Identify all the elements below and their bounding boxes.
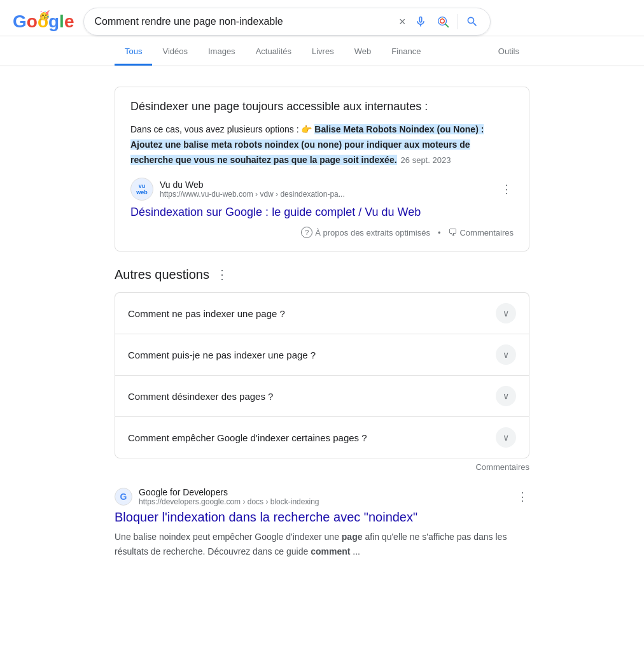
search-input[interactable] xyxy=(94,16,391,27)
faq-commentaires[interactable]: Commentaires xyxy=(115,462,529,472)
snippet-text: Dans ce cas, vous avez plusieurs options… xyxy=(130,122,514,167)
snippet-source-link[interactable]: Désindexation sur Google : le guide comp… xyxy=(130,206,514,219)
result-desc-before: Une balise noindex peut empêcher Google … xyxy=(115,532,342,542)
tab-tools[interactable]: Outils xyxy=(488,39,529,66)
snippet-date: 26 sept. 2023 xyxy=(401,155,451,165)
result-source-row: G Google for Developers https://develope… xyxy=(115,487,529,506)
tab-images[interactable]: Images xyxy=(198,39,246,66)
faq-item-4[interactable]: Comment empêcher Google d'indexer certai… xyxy=(115,416,529,458)
chevron-down-icon-3: ∨ xyxy=(503,391,509,401)
faq-expand-1[interactable]: ∨ xyxy=(496,303,516,323)
source-avatar-text: vuweb xyxy=(136,183,148,197)
question-icon: ? xyxy=(301,227,312,238)
faq-item-2[interactable]: Comment puis-je ne pas indexer une page … xyxy=(115,334,529,375)
lens-icon xyxy=(436,15,450,29)
faq-question-3: Comment désindexer des pages ? xyxy=(128,391,273,402)
source-info: Vu du Web https://www.vu-du-web.com › vd… xyxy=(160,180,493,199)
autres-questions-more[interactable]: ⋮ xyxy=(216,267,228,282)
faq-question-4: Comment empêcher Google d'indexer certai… xyxy=(128,432,367,443)
chevron-down-icon-4: ∨ xyxy=(503,432,509,443)
faq-expand-3[interactable]: ∨ xyxy=(496,386,516,406)
source-avatar: vuweb xyxy=(130,178,153,201)
result-site-url: https://developers.google.com › docs › b… xyxy=(139,497,509,506)
result-more-button[interactable]: ⋮ xyxy=(515,488,529,505)
about-extraits-label: À propos des extraits optimisés xyxy=(315,228,430,237)
result-desc-bold2: comment xyxy=(311,546,350,556)
svg-point-3 xyxy=(442,18,444,19)
faq-question-1: Comment ne pas indexer une page ? xyxy=(128,308,285,319)
snippet-comments[interactable]: 🗨 Commentaires xyxy=(448,227,514,237)
result-favicon: G xyxy=(115,488,132,506)
faq-list: Comment ne pas indexer une page ? ∨ Comm… xyxy=(115,292,529,458)
snippet-about-extraits[interactable]: ? À propos des extraits optimisés xyxy=(301,227,430,238)
header: Goo🥳gle × xyxy=(0,0,644,36)
snippet-footer: ? À propos des extraits optimisés • 🗨 Co… xyxy=(130,227,514,238)
logo-o1: o xyxy=(27,11,37,32)
result-favicon-text: G xyxy=(120,492,127,502)
clear-button[interactable]: × xyxy=(398,14,407,30)
snippet-text-before: Dans ce cas, vous avez plusieurs options… xyxy=(130,124,314,134)
faq-item-3[interactable]: Comment désindexer des pages ? ∨ xyxy=(115,375,529,416)
comments-label: Commentaires xyxy=(459,228,514,237)
logo-e: e xyxy=(64,11,74,32)
snippet-title: Désindexer une page toujours accessible … xyxy=(130,100,514,113)
tab-finance[interactable]: Finance xyxy=(381,39,431,66)
logo-o2: o🥳 xyxy=(38,11,48,32)
footer-dot: • xyxy=(438,228,441,237)
faq-expand-2[interactable]: ∨ xyxy=(496,344,516,365)
result-description-1: Une balise noindex peut empêcher Google … xyxy=(115,530,529,558)
mic-icon xyxy=(414,15,427,28)
faq-expand-4[interactable]: ∨ xyxy=(496,427,516,448)
logo-l: l xyxy=(59,11,64,32)
chevron-down-icon-1: ∨ xyxy=(503,308,509,318)
tab-videos[interactable]: Vidéos xyxy=(152,39,198,66)
search-result-1: G Google for Developers https://develope… xyxy=(115,487,529,558)
search-button[interactable] xyxy=(458,14,480,29)
nav-divider xyxy=(0,66,644,66)
tab-actualites[interactable]: Actualités xyxy=(246,39,302,66)
faq-item-1[interactable]: Comment ne pas indexer une page ? ∨ xyxy=(115,292,529,334)
comment-icon: 🗨 xyxy=(448,227,457,237)
search-icons: × xyxy=(398,13,480,30)
tab-tous[interactable]: Tous xyxy=(115,39,152,66)
result-site-info: Google for Developers https://developers… xyxy=(139,487,509,506)
result-desc-bold1: page xyxy=(342,532,363,542)
autres-questions-title: Autres questions ⋮ xyxy=(115,267,529,282)
nav-tabs: Tous Vidéos Images Actualités Livres Web… xyxy=(0,39,644,66)
search-go-icon xyxy=(466,15,479,28)
featured-snippet: Désindexer une page toujours accessible … xyxy=(115,87,529,252)
lens-button[interactable] xyxy=(435,13,451,30)
result-link-1[interactable]: Bloquer l'indexation dans la recherche a… xyxy=(115,510,529,525)
logo-g: G xyxy=(13,11,26,32)
tab-web[interactable]: Web xyxy=(344,39,382,66)
main-content: Désindexer une page toujours accessible … xyxy=(0,76,644,569)
source-more-button[interactable]: ⋮ xyxy=(500,181,514,197)
logo-g2: g xyxy=(48,11,59,32)
source-url: https://www.vu-du-web.com › vdw › desind… xyxy=(160,190,493,199)
svg-point-1 xyxy=(440,19,444,23)
tab-livres[interactable]: Livres xyxy=(302,39,344,66)
result-site-name: Google for Developers xyxy=(139,487,509,497)
svg-line-2 xyxy=(445,24,449,27)
result-desc-after: ... xyxy=(350,546,360,556)
mic-button[interactable] xyxy=(413,14,428,29)
source-name: Vu du Web xyxy=(160,180,493,190)
google-logo[interactable]: Goo🥳gle xyxy=(13,11,73,32)
autres-questions-section: Autres questions ⋮ Comment ne pas indexe… xyxy=(115,267,529,472)
chevron-down-icon-2: ∨ xyxy=(503,350,509,360)
search-bar: × xyxy=(83,8,491,36)
faq-question-2: Comment puis-je ne pas indexer une page … xyxy=(128,350,316,360)
snippet-source-row: vuweb Vu du Web https://www.vu-du-web.co… xyxy=(130,178,514,201)
